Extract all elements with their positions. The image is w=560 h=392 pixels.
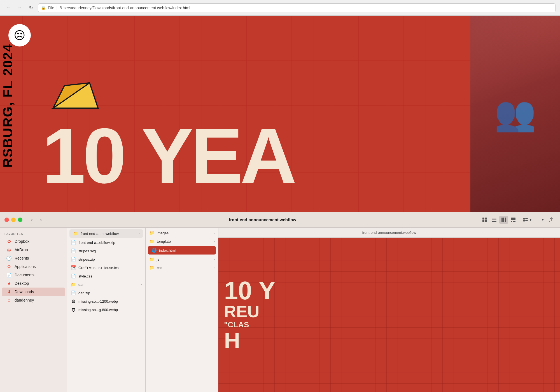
- svg-rect-5: [482, 220, 484, 222]
- chevron-right-icon: ›: [139, 232, 140, 235]
- svg-rect-18: [525, 218, 528, 219]
- more-options-button[interactable]: ⋯ ▼: [535, 216, 546, 224]
- css-folder-item[interactable]: 📁 css ›: [146, 263, 218, 272]
- stripes-svg-item[interactable]: 📄 stripes.svg: [67, 247, 145, 255]
- sidebar-item-dandenney[interactable]: ⌂ dandenney: [2, 296, 65, 304]
- sidebar-dropbox-label: Dropbox: [15, 239, 29, 244]
- dropbox-icon: ✿: [6, 239, 12, 244]
- finder-back-button[interactable]: ‹: [28, 216, 36, 224]
- template-folder-icon: 📁: [149, 239, 155, 244]
- css-file-icon: 📄: [71, 273, 76, 279]
- sidebar-section-favorites: Favorites: [0, 231, 67, 237]
- dan-folder-item[interactable]: 📁 dan ›: [67, 280, 145, 289]
- css-folder-icon: 📁: [149, 265, 155, 270]
- stripes-zip-item[interactable]: 📄 stripes.zip: [67, 255, 145, 263]
- finder-body: Favorites ✿ Dropbox ◎ AirDrop 🕐 Recents …: [0, 228, 560, 392]
- finder-columns: 📁 front-end-a...nt.webflow › 📄 front-end…: [67, 228, 560, 392]
- file-column-1: 📁 front-end-a...nt.webflow › 📄 front-end…: [67, 228, 146, 392]
- js-folder-item[interactable]: 📁 js ›: [146, 255, 218, 263]
- sidebar-downloads-label: Downloads: [15, 290, 34, 294]
- gallery-view-button[interactable]: [509, 216, 518, 224]
- browser-refresh-button[interactable]: ↻: [27, 4, 35, 12]
- sidebar-applications-label: Applications: [15, 264, 36, 269]
- sidebar-item-dropbox[interactable]: ✿ Dropbox: [2, 237, 65, 246]
- close-button[interactable]: [4, 218, 9, 222]
- browser-address-bar[interactable]: 🔒 File | /Users/dandenney/Downloads/fron…: [38, 3, 556, 12]
- missing1-name: missing-so...-1200.webp: [78, 299, 142, 304]
- sidebar-airdrop-label: AirDrop: [15, 248, 28, 252]
- chrome-html-icon: 🌐: [151, 248, 157, 253]
- svg-rect-17: [523, 218, 525, 220]
- toolbar-right-actions: ▼ ⋯ ▼: [521, 216, 556, 224]
- ics-icon: 📅: [71, 265, 76, 270]
- share-button[interactable]: [547, 216, 556, 224]
- dan-folder-icon: 📁: [71, 282, 76, 287]
- js-chevron-icon: ›: [214, 258, 215, 261]
- graff-ics-item[interactable]: 📅 Graff+Mus...n+House.ics: [67, 263, 145, 272]
- webflow-folder-item[interactable]: 📁 front-end-a...nt.webflow ›: [69, 229, 143, 238]
- finder-title: front-end-announcement.webflow: [48, 217, 477, 222]
- svg-rect-19: [523, 220, 525, 221]
- finder-forward-button[interactable]: ›: [37, 216, 45, 224]
- dan-zip-item[interactable]: 📄 dan.zip: [67, 289, 145, 297]
- webpage-preview: ☹ RSBURG, FL 2024 10 YEA 👥: [0, 16, 560, 212]
- dan-zip-name: dan.zip: [78, 291, 142, 295]
- sidebar-item-documents[interactable]: 📄 Documents: [2, 271, 65, 279]
- svg-rect-10: [501, 218, 503, 222]
- css-folder-name: css: [157, 266, 211, 270]
- downloads-icon: ⬇: [6, 289, 12, 295]
- sidebar-recents-label: Recents: [15, 256, 29, 260]
- group-button[interactable]: ▼: [521, 216, 534, 224]
- url-separator: |: [57, 6, 58, 10]
- images-folder-item[interactable]: 📁 images ›: [146, 229, 218, 237]
- webp1-icon: 🖼: [71, 298, 76, 304]
- preview-content: 10 Y REU "CLAS H: [218, 238, 560, 392]
- webflow-zip-item[interactable]: 📄 front-end-a...ebflow.zip: [67, 238, 145, 247]
- sidebar-item-airdrop[interactable]: ◎ AirDrop: [2, 246, 65, 254]
- style-css-item[interactable]: 📄 style.css: [67, 272, 145, 280]
- svg-icon: 📄: [71, 248, 76, 254]
- preview-column: front-end-announcement.webflow 10 Y REU …: [218, 228, 560, 392]
- sidebar-dandenney-label: dandenney: [15, 298, 34, 302]
- browser-back-button[interactable]: ←: [4, 4, 12, 12]
- preview-header: front-end-announcement.webflow: [218, 228, 560, 238]
- file-label: File: [48, 6, 54, 10]
- zip2-icon: 📄: [71, 256, 76, 262]
- svg-rect-8: [492, 220, 496, 220]
- folder-icon: 📁: [73, 231, 78, 236]
- svg-rect-4: [485, 218, 487, 220]
- svg-rect-20: [525, 220, 528, 221]
- svg-rect-16: [514, 221, 515, 222]
- style-css-name: style.css: [78, 274, 142, 278]
- vertical-text: RSBURG, FL 2024: [0, 44, 15, 168]
- sidebar-documents-label: Documents: [15, 273, 34, 277]
- images-folder-name: images: [157, 231, 211, 235]
- css-chevron-icon: ›: [214, 266, 215, 269]
- finder-toolbar: ‹ › front-end-announcement.webflow ▼: [0, 212, 560, 228]
- list-view-button[interactable]: [490, 216, 499, 224]
- sidebar-item-recents[interactable]: 🕐 Recents: [2, 254, 65, 262]
- sidebar-item-applications[interactable]: ⚙ Applications: [2, 262, 65, 271]
- browser-forward-button[interactable]: →: [16, 4, 24, 12]
- images-chevron-icon: ›: [214, 231, 215, 235]
- column-view-button[interactable]: [499, 216, 508, 224]
- missing1-item[interactable]: 🖼 missing-so...-1200.webp: [67, 297, 145, 305]
- index-html-item[interactable]: 🌐 index.html: [148, 246, 216, 255]
- images-folder-icon: 📁: [149, 230, 155, 236]
- preview-sub-text: REU: [224, 303, 554, 320]
- finder-window: ‹ › front-end-announcement.webflow ▼: [0, 212, 560, 392]
- index-html-name: index.html: [159, 248, 213, 253]
- template-folder-item[interactable]: 📁 template ›: [146, 237, 218, 246]
- svg-rect-7: [492, 218, 496, 218]
- sidebar-item-downloads[interactable]: ⬇ Downloads: [2, 288, 65, 296]
- desktop-icon: 🖥: [6, 281, 12, 286]
- toolbar-nav: ‹ ›: [28, 216, 45, 224]
- maximize-button[interactable]: [18, 218, 22, 222]
- graff-ics-name: Graff+Mus...n+House.ics: [78, 266, 142, 270]
- icon-view-button[interactable]: [480, 216, 489, 224]
- photo-area: 👥: [470, 16, 560, 212]
- missing2-item[interactable]: 🖼 missing-so...g-800.webp: [67, 305, 145, 314]
- sidebar-item-desktop[interactable]: 🖥 Desktop: [2, 279, 65, 288]
- webflow-folder-name: front-end-a...nt.webflow: [81, 232, 136, 236]
- minimize-button[interactable]: [11, 218, 16, 222]
